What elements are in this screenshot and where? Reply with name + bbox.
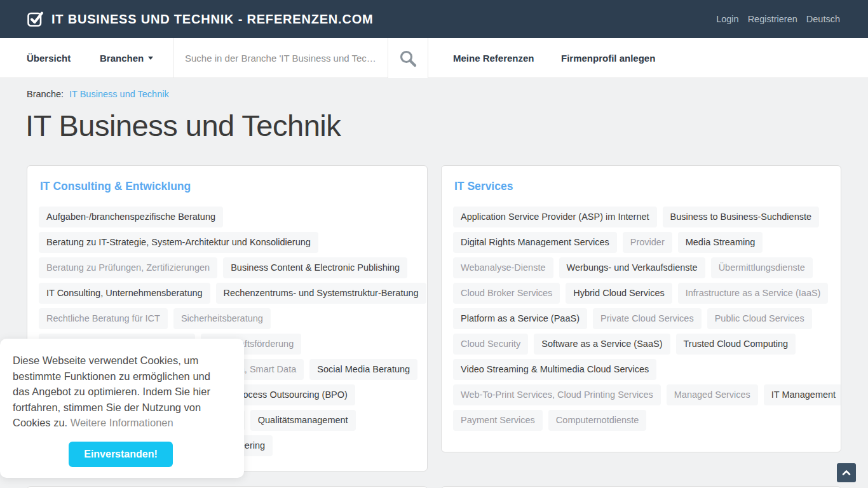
- category-tag-business-content-electronic-publishing[interactable]: Business Content & Electronic Publishing: [223, 257, 407, 278]
- category-tag-it-management[interactable]: IT Management: [764, 384, 841, 405]
- panel-title: IT Services: [454, 180, 829, 193]
- category-tag-application-service-provider-asp-im-internet[interactable]: Application Service Provider (ASP) im In…: [453, 207, 657, 227]
- category-tag-public-cloud-services: Public Cloud Services: [707, 308, 812, 329]
- breadcrumb: Branche:IT Business und Technik: [27, 89, 169, 99]
- category-tag-rechenzentrums-und-systemstruktur-beratung[interactable]: Rechenzentrums- und Systemstruktur-Berat…: [216, 283, 426, 304]
- tag-row: Digital Rights Management ServicesProvid…: [453, 232, 829, 253]
- breadcrumb-link-branch[interactable]: IT Business und Technik: [69, 89, 169, 99]
- header-links: LoginRegistrierenDeutsch: [716, 14, 840, 24]
- search-icon: [398, 49, 417, 68]
- category-tag-cloud-security: Cloud Security: [453, 334, 528, 355]
- category-tag-managed-services: Managed Services: [667, 384, 758, 405]
- tag-row: Beratung zu Prüfungen, ZertifizierungenB…: [39, 257, 416, 278]
- tag-row: Platform as a Service (PaaS)Private Clou…: [453, 308, 829, 329]
- category-tag-hybrid-cloud-services[interactable]: Hybrid Cloud Services: [566, 283, 672, 304]
- tag-row: Beratung zu IT-Strategie, System-Archite…: [39, 232, 416, 253]
- cookie-accept-button[interactable]: Einverstanden!: [69, 442, 173, 467]
- category-tag-video-streaming-multimedia-cloud-services[interactable]: Video Streaming & Multimedia Cloud Servi…: [453, 359, 656, 380]
- category-tag-platform-as-a-service-paas[interactable]: Platform as a Service (PaaS): [453, 308, 587, 329]
- nav-my-references-label: Meine Referenzen: [453, 53, 534, 64]
- category-tag-payment-services: Payment Services: [453, 410, 543, 431]
- category-tag-media-streaming[interactable]: Media Streaming: [678, 232, 763, 253]
- category-tag-sicherheitsberatung: Sicherheitsberatung: [173, 308, 271, 329]
- search-field-wrap: [173, 38, 388, 78]
- category-tag-trusted-cloud-computing[interactable]: Trusted Cloud Computing: [676, 334, 796, 355]
- chevron-up-icon: [841, 468, 851, 478]
- category-tag-rechtliche-beratung-f-r-ict: Rechtliche Beratung für ICT: [39, 308, 168, 329]
- cookie-more-info-link[interactable]: Weitere Informationen: [71, 417, 173, 428]
- tag-row: Cloud SecuritySoftware as a Service (Saa…: [453, 334, 829, 355]
- panel-title: IT Consulting & Entwicklung: [40, 180, 416, 193]
- nav-item-overview[interactable]: Übersicht: [27, 38, 71, 78]
- header-link-deutsch[interactable]: Deutsch: [806, 14, 840, 24]
- category-tag-private-cloud-services: Private Cloud Services: [593, 308, 702, 329]
- category-tag-provider: Provider: [623, 232, 672, 253]
- category-tag-aufgaben-branchenspezifische-beratung[interactable]: Aufgaben-/branchenspezifische Beratung: [39, 207, 223, 227]
- nav-branches-label: Branchen: [100, 53, 144, 64]
- tag-row: Cloud Broker ServicesHybrid Cloud Servic…: [453, 283, 829, 304]
- scroll-to-top-button[interactable]: [837, 463, 856, 482]
- category-tag-business-to-business-suchdienste[interactable]: Business to Business-Suchdienste: [663, 207, 819, 227]
- category-tag-social-media-beratung[interactable]: Social Media Beratung: [309, 359, 417, 380]
- tag-row: Rechtliche Beratung für ICTSicherheitsbe…: [39, 308, 416, 329]
- cookie-consent-banner: Diese Webseite verwendet Cookies, um bes…: [0, 339, 244, 478]
- header-link-login[interactable]: Login: [716, 14, 738, 24]
- category-tag-cloud-broker-services: Cloud Broker Services: [453, 283, 560, 304]
- tag-row: Application Service Provider (ASP) im In…: [453, 207, 829, 227]
- site-logo[interactable]: IT BUSINESS UND TECHNIK - REFERENZEN.COM: [27, 10, 373, 28]
- tag-row: Webanalyse-DiensteWerbungs- und Verkaufs…: [453, 257, 829, 278]
- category-tag-it-consulting-unternehmensberatung[interactable]: IT Consulting, Unternehmensberatung: [39, 283, 210, 304]
- main-nav: Übersicht Branchen Meine Referenzen Firm…: [0, 38, 868, 78]
- site-header: IT BUSINESS UND TECHNIK - REFERENZEN.COM…: [0, 0, 868, 38]
- category-tag-bermittlungsdienste: Übermittlungsdienste: [711, 257, 813, 278]
- nav-create-profile-label: Firmenprofil anlegen: [561, 53, 655, 64]
- category-tag-werbungs-und-verkaufsdienste[interactable]: Werbungs- und Verkaufsdienste: [559, 257, 705, 278]
- category-tag-qualit-tsmanagement[interactable]: Qualitätsmanagement: [250, 410, 356, 431]
- category-tag-beratung-zu-pr-fungen-zertifizierungen: Beratung zu Prüfungen, Zertifizierungen: [39, 257, 217, 278]
- nav-item-branches-dropdown[interactable]: Branchen: [100, 38, 153, 78]
- tag-row: Video Streaming & Multimedia Cloud Servi…: [453, 359, 829, 380]
- nav-item-create-company-profile[interactable]: Firmenprofil anlegen: [561, 38, 655, 78]
- category-tag-digital-rights-management-services[interactable]: Digital Rights Management Services: [453, 232, 617, 253]
- tag-row: IT Consulting, UnternehmensberatungReche…: [39, 283, 416, 304]
- page-title: IT Business und Technik: [25, 108, 341, 143]
- category-panel-it-services: IT ServicesApplication Service Provider …: [441, 165, 841, 452]
- tag-row: Aufgaben-/branchenspezifische Beratung: [39, 207, 416, 227]
- category-tag-webanalyse-dienste: Webanalyse-Dienste: [453, 257, 553, 278]
- category-tag-beratung-zu-it-strategie-system-architektur-und-konsolidierung[interactable]: Beratung zu IT-Strategie, System-Archite…: [39, 232, 318, 253]
- search-input[interactable]: [173, 38, 388, 78]
- chevron-down-icon: [148, 57, 153, 60]
- category-tag-computernotdienste: Computernotdienste: [548, 410, 647, 431]
- category-tag-web-to-print-services-cloud-printing-services: Web-To-Print Services, Cloud Printing Se…: [453, 384, 661, 405]
- nav-overview-label: Übersicht: [27, 53, 71, 64]
- header-link-registrieren[interactable]: Registrieren: [748, 14, 797, 24]
- tag-row: Web-To-Print Services, Cloud Printing Se…: [453, 384, 829, 405]
- category-tag-software-as-a-service-saas[interactable]: Software as a Service (SaaS): [534, 334, 670, 355]
- checkbox-logo-icon: [27, 10, 44, 28]
- nav-item-my-references[interactable]: Meine Referenzen: [453, 38, 534, 78]
- tag-row: Payment ServicesComputernotdienste: [453, 410, 829, 431]
- category-tag-infrastructure-as-a-service-iaas: Infrastructure as a Service (IaaS): [678, 283, 829, 304]
- search-button[interactable]: [388, 38, 428, 78]
- site-title: IT BUSINESS UND TECHNIK - REFERENZEN.COM: [51, 12, 373, 27]
- breadcrumb-label: Branche:: [27, 89, 64, 99]
